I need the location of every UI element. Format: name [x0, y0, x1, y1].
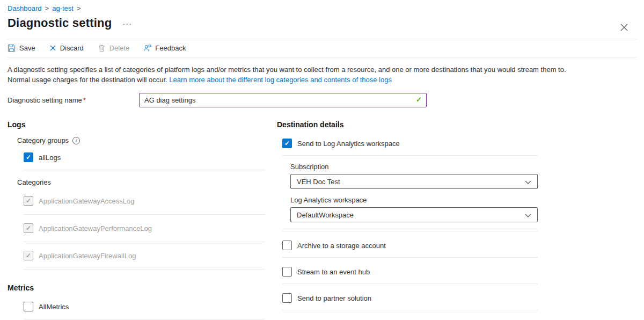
- required-asterisk: *: [83, 96, 86, 104]
- performance-log-checkbox: [24, 223, 33, 233]
- performance-log-label: ApplicationGatewayPerformanceLog: [39, 224, 152, 232]
- checkbox-row-alllogs: allLogs: [24, 151, 265, 170]
- breadcrumb-ag-test-link[interactable]: ag-test: [52, 4, 74, 12]
- storage-checkbox[interactable]: [282, 241, 292, 250]
- discard-button[interactable]: Discard: [49, 44, 84, 52]
- workspace-dropdown-value: DefaultWorkspace: [297, 211, 354, 219]
- field-label-text: Diagnostic setting name: [8, 96, 82, 104]
- breadcrumb: Dashboard>ag-test>: [8, 4, 636, 12]
- checkbox-row-allmetrics: AllMetrics: [24, 300, 265, 319]
- delete-button-label: Delete: [109, 44, 130, 52]
- valid-check-icon: ✓: [416, 96, 422, 104]
- checkbox-row-access-log: ApplicationGatewayAccessLog: [24, 187, 265, 214]
- breadcrumb-dashboard-link[interactable]: Dashboard: [8, 4, 42, 12]
- breadcrumb-separator: >: [77, 4, 81, 12]
- learn-more-link[interactable]: Learn more about the different log categ…: [169, 76, 392, 84]
- allmetrics-label: AllMetrics: [39, 303, 69, 311]
- info-icon[interactable]: [72, 137, 80, 144]
- checkbox-row-performance-log: ApplicationGatewayPerformanceLog: [24, 215, 265, 242]
- access-log-label: ApplicationGatewayAccessLog: [39, 197, 135, 205]
- content-columns: Logs Category groups allLogs Categories …: [8, 120, 636, 319]
- checkbox-row-firewall-log: ApplicationGatewayFirewallLog: [24, 242, 265, 269]
- alllogs-label: allLogs: [39, 154, 61, 162]
- feedback-button-label: Feedback: [155, 44, 186, 52]
- event-hub-checkbox[interactable]: [282, 267, 292, 277]
- save-icon: [8, 44, 16, 52]
- diagnostic-setting-name-row: Diagnostic setting name* ✓: [8, 93, 636, 107]
- allmetrics-checkbox[interactable]: [24, 302, 33, 311]
- divider: [282, 155, 538, 156]
- category-groups-label-row: Category groups: [17, 136, 265, 144]
- partner-checkbox[interactable]: [282, 293, 292, 303]
- logs-heading: Logs: [8, 120, 265, 129]
- divider: [24, 170, 265, 170]
- checkbox-row-partner: Send to partner solution: [282, 284, 538, 310]
- diagnostic-setting-page: Dashboard>ag-test> Diagnostic setting ··…: [0, 0, 644, 320]
- page-title: Diagnostic setting: [8, 16, 112, 30]
- name-input-wrapper: ✓: [139, 93, 427, 107]
- logs-column: Logs Category groups allLogs Categories …: [8, 120, 265, 319]
- breadcrumb-separator: >: [45, 4, 49, 12]
- discard-icon: [49, 45, 56, 52]
- feedback-button[interactable]: Feedback: [143, 44, 186, 52]
- command-bar: Save Discard Delete: [8, 39, 636, 57]
- log-analytics-config: Subscription VEH Doc Test Log Analytics …: [290, 163, 538, 231]
- metrics-heading: Metrics: [8, 283, 265, 292]
- checkbox-row-event-hub: Stream to an event hub: [282, 258, 538, 283]
- save-button[interactable]: Save: [8, 44, 35, 52]
- destination-details-heading: Destination details: [277, 120, 538, 129]
- event-hub-label: Stream to an event hub: [297, 268, 370, 276]
- feedback-icon: [143, 44, 151, 52]
- access-log-checkbox: [24, 196, 33, 206]
- more-options-icon[interactable]: ···: [120, 18, 134, 29]
- log-analytics-checkbox[interactable]: [282, 139, 292, 148]
- categories-label: Categories: [17, 178, 265, 186]
- divider: [282, 310, 538, 310]
- chevron-down-icon: [525, 178, 531, 186]
- delete-icon: [98, 44, 106, 52]
- close-icon[interactable]: [618, 21, 630, 33]
- divider: [24, 319, 265, 319]
- storage-label: Archive to a storage account: [297, 242, 386, 250]
- destination-inner: Send to Log Analytics workspace Subscrip…: [282, 136, 538, 310]
- subscription-dropdown-value: VEH Doc Test: [297, 178, 340, 186]
- log-analytics-label: Send to Log Analytics workspace: [297, 140, 400, 148]
- checkbox-row-log-analytics: Send to Log Analytics workspace: [282, 136, 538, 155]
- alllogs-checkbox[interactable]: [24, 152, 33, 162]
- delete-button: Delete: [98, 44, 130, 52]
- destination-column: Destination details Send to Log Analytic…: [277, 120, 538, 319]
- discard-button-label: Discard: [60, 44, 84, 52]
- subscription-label: Subscription: [290, 163, 538, 171]
- subscription-dropdown[interactable]: VEH Doc Test: [290, 174, 538, 189]
- partner-label: Send to partner solution: [297, 294, 371, 302]
- checkbox-row-storage: Archive to a storage account: [282, 231, 538, 257]
- title-row: Diagnostic setting ···: [8, 16, 636, 30]
- firewall-log-label: ApplicationGatewayFirewallLog: [39, 252, 136, 260]
- workspace-dropdown[interactable]: DefaultWorkspace: [290, 207, 538, 222]
- page-description: A diagnostic setting specifies a list of…: [8, 64, 588, 85]
- divider: [24, 269, 265, 270]
- chevron-down-icon: [525, 211, 531, 219]
- save-button-label: Save: [19, 44, 35, 52]
- category-groups-label: Category groups: [17, 136, 69, 144]
- diagnostic-setting-name-input[interactable]: [139, 93, 427, 107]
- firewall-log-checkbox: [24, 251, 33, 260]
- workspace-label: Log Analytics workspace: [290, 196, 538, 204]
- diagnostic-setting-name-label: Diagnostic setting name*: [8, 96, 139, 104]
